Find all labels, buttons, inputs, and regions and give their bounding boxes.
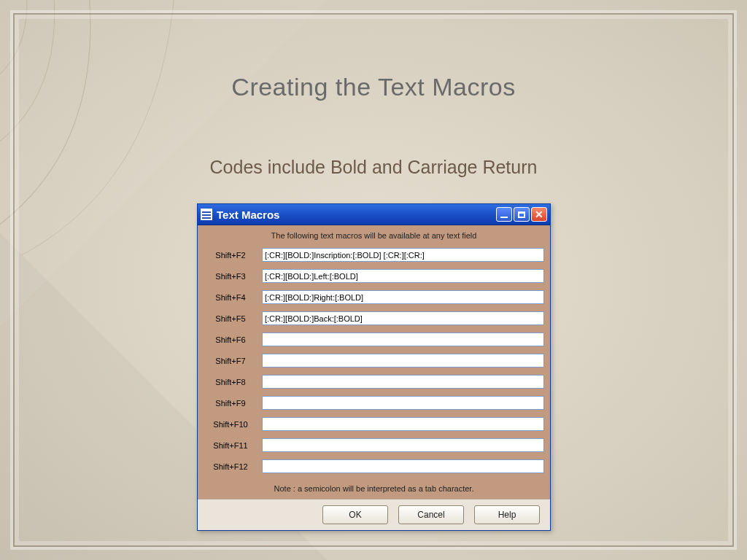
slide: Creating the Text Macros Codes include B… [0,0,747,560]
macro-row: Shift+F12 [198,456,550,477]
macro-input-wrap [262,396,544,411]
macro-label: Shift+F4 [198,293,262,302]
dialog-title: Text Macros [217,209,495,221]
macro-input[interactable] [262,396,544,410]
close-button[interactable]: ✕ [531,207,547,222]
slide-subtitle: Codes include Bold and Carriage Return [0,157,747,178]
macro-label: Shift+F7 [198,357,262,365]
macro-input[interactable] [262,375,544,389]
macro-label: Shift+F2 [198,251,262,260]
macro-input-wrap [262,375,544,389]
titlebar[interactable]: Text Macros ✕ [198,204,550,225]
macro-input[interactable] [262,417,544,431]
macro-row: Shift+F3 [198,265,550,287]
macro-label: Shift+F5 [198,314,262,323]
macro-row: Shift+F11 [198,435,550,456]
macro-input[interactable] [262,269,544,283]
text-macros-dialog: Text Macros ✕ The following text macros … [197,203,551,531]
macro-label: Shift+F8 [198,378,262,386]
macro-input[interactable] [262,290,544,304]
macro-input-wrap [262,417,544,432]
macro-row: Shift+F4 [198,287,550,308]
macro-label: Shift+F6 [198,335,262,344]
macro-row: Shift+F6 [198,329,550,350]
macro-input-wrap [262,332,544,347]
dialog-note: Note : a semicolon will be interpreted a… [198,477,550,499]
maximize-button[interactable] [514,207,530,222]
macro-row: Shift+F9 [198,392,550,413]
macro-input[interactable] [262,354,544,368]
cancel-button[interactable]: Cancel [398,505,464,524]
macro-input[interactable] [262,332,544,346]
macro-row: Shift+F2 [198,244,550,265]
macro-input-wrap [262,459,544,474]
macro-input-wrap [262,311,544,326]
macro-input[interactable] [262,438,544,452]
macro-row: Shift+F8 [198,371,550,392]
help-button[interactable]: Help [474,505,540,524]
dialog-body: The following text macros will be availa… [198,225,550,499]
macro-input[interactable] [262,459,544,473]
macro-label: Shift+F9 [198,399,262,408]
macro-rows: Shift+F2Shift+F3Shift+F4Shift+F5Shift+F6… [198,244,550,477]
macro-label: Shift+F10 [198,420,262,429]
minimize-button[interactable] [496,207,512,222]
macro-label: Shift+F11 [198,441,262,450]
macro-label: Shift+F3 [198,272,262,281]
macro-input-wrap [262,438,544,453]
ok-button[interactable]: OK [322,505,388,524]
macro-row: Shift+F5 [198,308,550,329]
dialog-intro: The following text macros will be availa… [198,225,550,244]
slide-title: Creating the Text Macros [0,73,747,101]
close-icon: ✕ [535,209,543,220]
macro-input[interactable] [262,248,544,262]
macro-input-wrap [262,290,544,305]
macro-input[interactable] [262,311,544,325]
macro-row: Shift+F10 [198,413,550,435]
macro-label: Shift+F12 [198,462,262,471]
macro-input-wrap [262,269,544,284]
maximize-icon [518,211,525,218]
macro-input-wrap [262,248,544,262]
button-bar: OK Cancel Help [198,499,550,530]
app-icon [201,209,212,220]
macro-input-wrap [262,354,544,368]
macro-row: Shift+F7 [198,350,550,371]
minimize-icon [500,217,508,218]
